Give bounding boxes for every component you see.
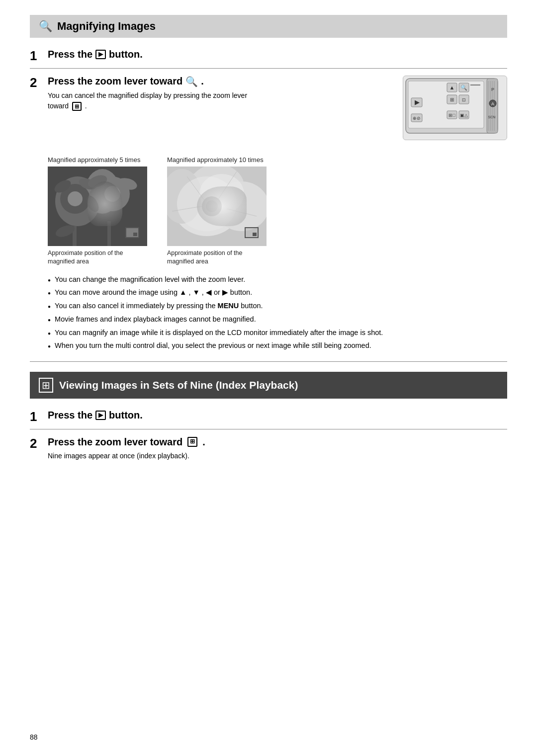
bullet-5: You can magnify an image while it is dis… — [48, 328, 507, 338]
svg-point-32 — [68, 191, 83, 206]
svg-text:SCN: SCN — [488, 115, 496, 119]
svg-text:⊡: ⊡ — [462, 97, 466, 102]
magnify-section: 🔍 Magnifying Images 1 Press the ▶ button… — [30, 15, 507, 362]
index-playback-icon: ▶ — [95, 411, 106, 420]
svg-point-37 — [104, 186, 120, 202]
index-step1-title-pre: Press the — [48, 410, 92, 421]
bullet-1-text: You can change the magnification level w… — [55, 274, 245, 285]
svg-text:⊞: ⊞ — [450, 97, 454, 102]
index-header-icon: ⊞ — [39, 378, 53, 393]
svg-text:A: A — [491, 101, 494, 106]
svg-text:▣△: ▣△ — [460, 113, 468, 118]
magnify-step2-desc-post: . — [85, 102, 87, 110]
photo-10x-item: Magnified approximately 10 times — [167, 156, 267, 266]
magnify-bullets: You can change the magnification level w… — [48, 274, 507, 352]
index-step1-divider — [30, 429, 507, 429]
svg-rect-41 — [107, 221, 111, 246]
svg-text:🔍: 🔍 — [460, 84, 467, 91]
magnify-step1-content: Press the ▶ button. — [48, 49, 507, 60]
magnify-zoom-icon: 🔍 — [185, 76, 198, 87]
index-step1: 1 Press the ▶ button. — [30, 410, 507, 424]
index-step2-title-pre: Press the zoom lever toward — [48, 436, 182, 448]
magnify-section-header: 🔍 Magnifying Images — [30, 15, 507, 38]
bullet-4: Movie frames and index playback images c… — [48, 314, 507, 325]
index-header-title: Viewing Images in Sets of Nine (Index Pl… — [59, 379, 298, 391]
bullet-2: You can move around the image using ▲ , … — [48, 287, 507, 298]
svg-point-51 — [206, 200, 218, 212]
magnify-step1-number: 1 — [30, 49, 48, 63]
index-section: ⊞ Viewing Images in Sets of Nine (Index … — [30, 372, 507, 461]
photo-5x-caption-line1: Approximate position of the — [48, 250, 123, 256]
bullet-3: You can also cancel it immediately by pr… — [48, 301, 507, 312]
index-step1-number: 1 — [30, 410, 48, 424]
magnify-step1-title-pre: Press the — [48, 49, 92, 60]
index-step1-content: Press the ▶ button. — [48, 410, 507, 421]
photo-5x-label: Magnified approximately 5 times — [48, 156, 140, 164]
photo-5x-caption-line2: magnified area — [48, 258, 89, 265]
playback-icon: ▶ — [95, 50, 106, 60]
index-step2: 2 Press the zoom lever toward ⊞ . Nine i… — [30, 436, 507, 461]
svg-point-49 — [199, 174, 244, 214]
bullet-5-text: You can magnify an image while it is dis… — [55, 328, 383, 338]
photo-10x-label: Magnified approximately 10 times — [167, 156, 264, 164]
magnify-step1: 1 Press the ▶ button. — [30, 49, 507, 63]
magnify-step2-text: Press the zoom lever toward 🔍 . You can … — [48, 76, 393, 111]
pos-indicator-5x — [125, 227, 139, 238]
magnify-step2-content: Press the zoom lever toward 🔍 . You can … — [48, 76, 507, 140]
pos-indicator-dot-5x — [133, 233, 137, 236]
photos-row: Magnified approximately 5 times — [48, 156, 507, 266]
pos-indicator-10x — [245, 227, 259, 238]
photo-5x-item: Magnified approximately 5 times — [48, 156, 147, 266]
bullet-2-text: You can move around the image using ▲ , … — [55, 287, 252, 298]
photo-10x-box — [167, 167, 267, 246]
magnify-step2-number: 2 — [30, 76, 48, 90]
bullet-1: You can change the magnification level w… — [48, 274, 507, 285]
svg-text:⊞□: ⊞□ — [448, 113, 455, 118]
photo-10x-caption-line2: magnified area — [167, 258, 208, 265]
zoom-out-icon: ⊞ — [72, 102, 82, 111]
magnify-step2: 2 Press the zoom lever toward 🔍 . You ca… — [30, 76, 507, 148]
bullet-3-text: You can also cancel it immediately by pr… — [55, 301, 263, 312]
index-grid-icon: ⊞ — [187, 437, 197, 447]
index-step1-title: Press the ▶ button. — [48, 410, 507, 421]
index-step2-content: Press the zoom lever toward ⊞ . Nine ima… — [48, 436, 507, 461]
index-step2-title-post: . — [202, 436, 205, 448]
svg-text:▶: ▶ — [415, 99, 420, 106]
magnify-step2-title-post: . — [201, 76, 204, 87]
index-step1-title-post: button. — [109, 410, 143, 421]
magnify-step2-title: Press the zoom lever toward 🔍 . — [48, 76, 393, 87]
photo-5x-caption: Approximate position of the magnified ar… — [48, 249, 123, 266]
index-step2-title: Press the zoom lever toward ⊞ . — [48, 436, 507, 448]
index-step2-desc: Nine images appear at once (index playba… — [48, 451, 257, 461]
svg-text:▲: ▲ — [449, 84, 455, 90]
photo-10x-caption: Approximate position of the magnified ar… — [167, 249, 242, 266]
photo-10x-caption-line1: Approximate position of the — [167, 250, 242, 256]
index-section-header: ⊞ Viewing Images in Sets of Nine (Index … — [30, 372, 507, 399]
bullet-4-text: Movie frames and index playback images c… — [55, 314, 256, 325]
camera-diagram-svg: ▶ ▲ 🔍 ⊞ ⊡ ⊕⊘ — [403, 76, 503, 136]
magnify-step2-title-pre: Press the zoom lever toward — [48, 76, 182, 87]
svg-text:P: P — [491, 87, 494, 92]
index-step2-desc-text: Nine images appear at once (index playba… — [48, 452, 189, 460]
menu-bold: MENU — [218, 302, 239, 310]
magnify-step1-title: Press the ▶ button. — [48, 49, 507, 60]
camera-diagram: ▶ ▲ 🔍 ⊞ ⊡ ⊕⊘ — [403, 76, 507, 140]
page-number: 88 — [30, 733, 38, 741]
step1-divider — [30, 68, 507, 69]
magnify-header-icon: 🔍 — [39, 20, 52, 33]
bullet-6-text: When you turn the multi control dial, yo… — [55, 340, 371, 351]
section-divider — [30, 361, 507, 362]
svg-point-50 — [202, 196, 222, 216]
index-step2-number: 2 — [30, 436, 48, 451]
svg-text:⊕⊘: ⊕⊘ — [413, 116, 421, 121]
bullet-6: When you turn the multi control dial, yo… — [48, 340, 507, 351]
photo-5x-box — [48, 167, 147, 246]
magnify-step1-title-post: button. — [109, 49, 143, 60]
magnify-step2-desc: You can cancel the magnified display by … — [48, 90, 257, 111]
magnify-header-title: Magnifying Images — [57, 20, 156, 33]
pos-indicator-dot-10x — [253, 233, 257, 236]
